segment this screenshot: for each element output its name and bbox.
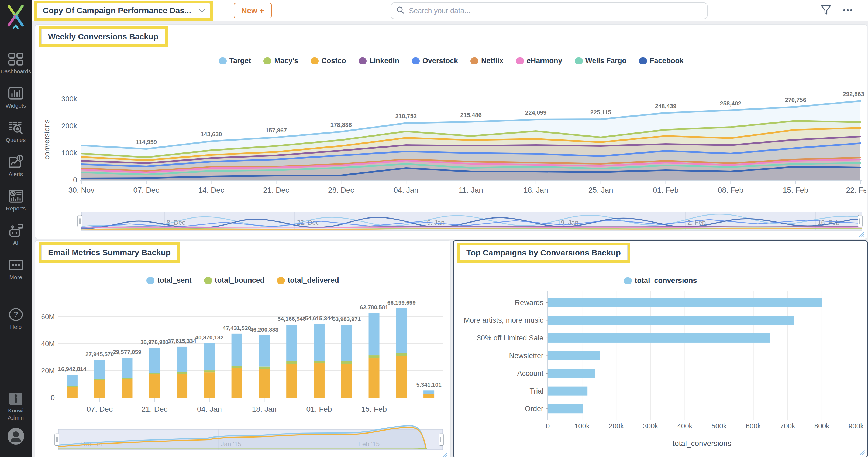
topbar: Copy Of Campaign Performance Das... New … [32, 0, 868, 21]
bar-segment-total_delivered [177, 374, 187, 398]
bar-segment-total_sent [259, 335, 270, 367]
legend-dot [219, 57, 227, 64]
data-label: 114,959 [136, 139, 157, 145]
tick-label: 28. Dec [328, 186, 354, 194]
data-label: 62,780,581 [360, 304, 388, 310]
legend-dot [516, 57, 524, 64]
data-label: 37,815,334 [168, 338, 196, 344]
more-options-icon[interactable] [842, 7, 854, 14]
user-avatar[interactable] [0, 427, 32, 446]
sidebar-item-alerts[interactable]: Alerts [0, 155, 32, 177]
bar-segment-total_delivered [149, 374, 160, 398]
legend-weekly: TargetMacy'sCostcoLinkedInOverstockNetfl… [35, 57, 867, 65]
weekly-legend-item[interactable]: Netflix [470, 57, 503, 65]
navigator-handle[interactable] [858, 215, 862, 227]
search-box [391, 2, 708, 19]
bar-segment-total_sent [396, 308, 407, 353]
navigator-handle[interactable] [55, 434, 59, 446]
weekly-legend-item[interactable]: Macy's [264, 57, 298, 65]
legend-dot [470, 57, 478, 64]
email-legend-item[interactable]: total_delivered [277, 276, 339, 285]
email-legend-item[interactable]: total_sent [146, 276, 192, 285]
tick-label: 0 [546, 422, 550, 430]
alerts-icon [8, 165, 24, 170]
sidebar-item-ai[interactable]: AI [0, 223, 32, 246]
sidebar-item-queries[interactable]: Queries [0, 121, 32, 143]
hbar-30% off Limited Sale [548, 334, 770, 343]
tick-label: 600k [746, 422, 761, 430]
sidebar-item-widgets[interactable]: Widgets [0, 86, 32, 109]
legend-campaigns: total_conversions [454, 277, 867, 285]
topbar-divider [285, 2, 285, 19]
widgets-icon [8, 96, 24, 101]
weekly-legend-item[interactable]: Facebook [639, 57, 684, 65]
data-label: 47,431,520 [223, 325, 251, 331]
resize-handle[interactable] [858, 231, 865, 237]
widget-top-campaigns: Top Campaigns by Conversions Backup tota… [453, 240, 868, 457]
widget-title-highlight: Weekly Conversions Backup [38, 26, 168, 47]
weekly-legend-item[interactable]: Target [219, 57, 251, 65]
legend-label: Netflix [481, 57, 503, 65]
filter-icon[interactable] [820, 5, 831, 17]
weekly-legend-item[interactable]: Wells Fargo [575, 57, 627, 65]
weekly-legend-item[interactable]: eHarmony [516, 57, 562, 65]
top-campaigns-chart: 0100k200k300k400k500k600k700k800k900kRew… [454, 241, 866, 456]
range-navigator[interactable]: 8. Dec22. Dec5. Jan19. Jan2. Feb16. Feb [78, 212, 862, 230]
legend-dot [412, 57, 420, 64]
weekly-legend-item[interactable]: LinkedIn [359, 57, 399, 65]
tick-label: 200k [61, 122, 77, 130]
sidebar-item-more[interactable]: More [0, 258, 32, 281]
category-label: Order [525, 405, 544, 413]
hbar-Rewards [548, 298, 822, 307]
data-label: 16,942,814 [58, 366, 86, 372]
bar-segment-total_sent [122, 358, 132, 378]
y-axis-title: conversions [42, 119, 51, 160]
bar-segment-total_bounced [204, 370, 215, 372]
new-button[interactable]: New + [234, 3, 272, 18]
navigator-handle[interactable] [439, 434, 443, 446]
bar-segment-total_delivered [67, 387, 78, 398]
resize-handle[interactable] [441, 452, 448, 457]
sidebar-item-label: Help [0, 324, 32, 330]
bar-segment-total_bounced [122, 378, 132, 379]
dashboard-selector[interactable]: Copy Of Campaign Performance Das... [37, 3, 210, 18]
legend-label: Overstock [423, 57, 458, 65]
knowi-logo-icon[interactable] [4, 4, 28, 29]
tick-label: 01. Feb [306, 405, 332, 413]
resize-handle[interactable] [859, 449, 865, 456]
legend-dot [311, 57, 319, 64]
ai-robot-icon [8, 234, 24, 238]
widget-title: Email Metrics Summary Backup [41, 245, 177, 260]
data-label: 54,166,948 [278, 316, 306, 322]
bar-segment-total_sent [149, 348, 160, 373]
admin-tie-icon [9, 401, 23, 406]
range-navigator[interactable]: Dec '14Jan '15Feb '15 [55, 426, 443, 450]
weekly-legend-item[interactable]: Overstock [412, 57, 458, 65]
widget-title: Top Campaigns by Conversions Backup [460, 245, 627, 260]
legend-dot [624, 277, 632, 284]
sidebar-item-help[interactable]: ? Help [0, 308, 32, 330]
hbar-Newsletter [548, 351, 600, 361]
campaigns-legend-item[interactable]: total_conversions [624, 277, 697, 285]
email-legend-item[interactable]: total_bounced [204, 276, 265, 285]
bar-segment-total_delivered [314, 363, 324, 398]
sidebar-item-label: Reports [0, 205, 32, 212]
sidebar-item-label: More [0, 274, 32, 281]
bar-segment-total_sent [67, 375, 78, 386]
bar-segment-total_sent [341, 325, 352, 361]
sidebar-item-admin[interactable]: KnowiAdmin [0, 393, 32, 421]
sidebar-item-dashboards[interactable]: Dashboards [0, 52, 32, 75]
tick-label: 20M [41, 367, 55, 375]
weekly-legend-item[interactable]: Costco [311, 57, 346, 65]
data-label: 215,486 [460, 112, 482, 118]
navigator-handle[interactable] [78, 215, 82, 227]
tick-label: 500k [711, 422, 727, 430]
search-input[interactable] [408, 6, 702, 16]
bar-segment-total_bounced [67, 386, 78, 387]
tick-label: 21. Dec [142, 405, 168, 413]
tick-label: 01. Feb [653, 186, 679, 194]
bar-segment-total_delivered [122, 379, 132, 398]
sidebar-item-reports[interactable]: Reports [0, 189, 32, 212]
bar-segment-total_sent [231, 334, 242, 366]
hbar-Order [548, 404, 583, 413]
